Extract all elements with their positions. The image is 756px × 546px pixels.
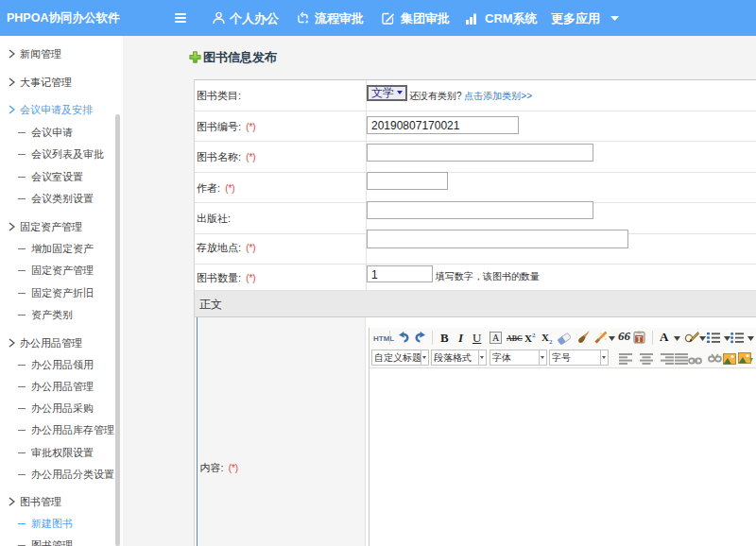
svg-text:T: T <box>637 335 642 344</box>
